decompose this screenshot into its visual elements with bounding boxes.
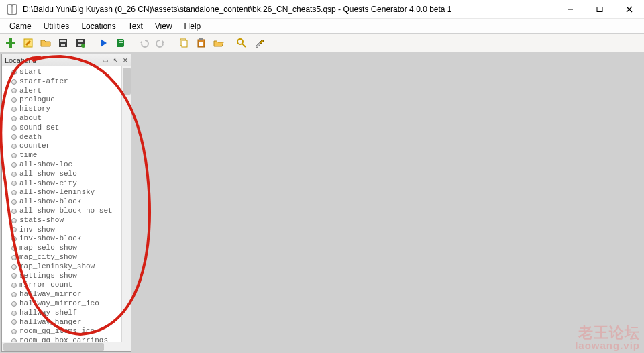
new-button[interactable] bbox=[3, 36, 19, 50]
menu-view[interactable]: View bbox=[150, 20, 178, 32]
list-item[interactable]: death bbox=[5, 133, 131, 142]
paste-button[interactable] bbox=[193, 36, 209, 50]
list-item-label: all-show-block bbox=[19, 197, 81, 207]
locations-panel: Locations ▭ ⇱ ✕ startstart-afteralertpro… bbox=[1, 54, 131, 352]
maximize-button[interactable] bbox=[585, 0, 614, 19]
scrollbar-thumb[interactable] bbox=[123, 68, 131, 95]
list-item[interactable]: all-show-block-no-set bbox=[5, 207, 131, 216]
list-item-label: stats-show bbox=[19, 216, 64, 225]
svg-point-13 bbox=[81, 44, 85, 48]
panel-header[interactable]: Locations ▭ ⇱ ✕ bbox=[2, 54, 131, 66]
bullet-icon bbox=[11, 236, 17, 242]
close-button[interactable] bbox=[614, 0, 644, 19]
list-item[interactable]: alert bbox=[5, 87, 131, 96]
info-button[interactable] bbox=[113, 36, 129, 50]
bullet-icon bbox=[11, 301, 17, 307]
list-item[interactable]: counter bbox=[5, 142, 131, 151]
save-button[interactable] bbox=[55, 36, 71, 50]
bullet-icon bbox=[11, 172, 17, 177]
bullet-icon bbox=[11, 116, 17, 121]
list-item[interactable]: all-show-city bbox=[5, 179, 131, 189]
list-item[interactable]: start bbox=[5, 68, 131, 77]
list-item[interactable]: history bbox=[5, 105, 131, 114]
list-item[interactable]: map_leninsky_show bbox=[5, 262, 131, 272]
list-item[interactable]: all-show-leninsky bbox=[5, 188, 131, 197]
list-item[interactable]: hallway_mirror_ico bbox=[5, 299, 131, 309]
list-item[interactable]: hallway_hanger bbox=[5, 318, 131, 327]
list-item[interactable]: stats-show bbox=[5, 216, 131, 225]
svg-rect-8 bbox=[60, 40, 66, 42]
window-title: D:\Baidu Yun\Big Kuyash (0_26 CN)\assets… bbox=[23, 5, 555, 14]
undo-button[interactable] bbox=[136, 36, 152, 50]
list-item[interactable]: inv-show bbox=[5, 225, 131, 235]
list-item-label: about bbox=[19, 114, 42, 123]
list-item[interactable]: all-show-loc bbox=[5, 160, 131, 170]
list-item-label: room_gg_box_earrings bbox=[19, 336, 108, 342]
hscrollbar-thumb[interactable] bbox=[3, 343, 104, 351]
list-item[interactable]: time bbox=[5, 151, 131, 160]
list-item-label: inv-show bbox=[19, 225, 55, 235]
svg-rect-19 bbox=[199, 38, 203, 40]
copy-button[interactable] bbox=[176, 36, 192, 50]
watermark: 老王论坛 laowang.vip bbox=[575, 325, 640, 350]
editor-area[interactable] bbox=[133, 54, 643, 352]
svg-rect-20 bbox=[199, 42, 203, 46]
menu-locations[interactable]: Locations bbox=[76, 20, 121, 32]
list-item[interactable]: sound_set bbox=[5, 123, 131, 133]
panel-close-icon[interactable]: ✕ bbox=[121, 56, 130, 65]
list-item[interactable]: mirror_count bbox=[5, 281, 131, 290]
bullet-icon bbox=[11, 144, 17, 149]
list-item[interactable]: about bbox=[5, 114, 131, 123]
horizontal-scrollbar[interactable] bbox=[2, 342, 131, 351]
menubar: Game Utilities Locations Text View Help bbox=[0, 19, 644, 34]
list-item[interactable]: settings-show bbox=[5, 272, 131, 281]
list-item[interactable]: start-after bbox=[5, 77, 131, 87]
body-area: Locations ▭ ⇱ ✕ startstart-afteralertpro… bbox=[0, 52, 644, 353]
svg-line-22 bbox=[242, 44, 246, 47]
edit-button[interactable] bbox=[20, 36, 36, 50]
bullet-icon bbox=[11, 227, 17, 232]
list-item[interactable]: inv-show-block bbox=[5, 234, 131, 244]
redo-button[interactable] bbox=[153, 36, 169, 50]
bullet-icon bbox=[11, 153, 17, 158]
list-item-label: counter bbox=[19, 142, 50, 151]
list-item-label: start bbox=[19, 68, 42, 77]
list-item[interactable]: all-show-selo bbox=[5, 170, 131, 179]
list-item[interactable]: hallway_mirror bbox=[5, 290, 131, 299]
toolbar bbox=[0, 34, 644, 52]
bullet-icon bbox=[11, 88, 17, 93]
list-item-label: time bbox=[19, 151, 37, 160]
open-button[interactable] bbox=[38, 36, 54, 50]
saveas-button[interactable] bbox=[72, 36, 89, 50]
list-item[interactable]: prologue bbox=[5, 95, 131, 105]
find-button[interactable] bbox=[233, 36, 250, 50]
panel-pin-icon[interactable]: ⇱ bbox=[111, 56, 120, 65]
list-item[interactable]: map_city_show bbox=[5, 253, 131, 262]
list-item[interactable]: room_gg_box_earrings bbox=[5, 336, 131, 342]
vertical-scrollbar[interactable] bbox=[121, 66, 131, 342]
tools-button[interactable] bbox=[251, 36, 267, 50]
list-item[interactable]: map_selo_show bbox=[5, 244, 131, 253]
bullet-icon bbox=[11, 246, 17, 251]
list-item[interactable]: hallway_shelf bbox=[5, 309, 131, 318]
list-item-label: hallway_hanger bbox=[19, 318, 81, 327]
list-item[interactable]: all-show-block bbox=[5, 197, 131, 207]
list-item-label: hallway_shelf bbox=[19, 309, 77, 318]
menu-utilities[interactable]: Utilities bbox=[38, 20, 75, 32]
list-item-label: all-show-selo bbox=[19, 170, 77, 179]
app-icon bbox=[5, 3, 19, 16]
list-item[interactable]: room_gg_items_ico bbox=[5, 327, 131, 336]
menu-text[interactable]: Text bbox=[123, 20, 148, 32]
panel-float-icon[interactable]: ▭ bbox=[101, 56, 110, 65]
folder-button[interactable] bbox=[211, 36, 227, 50]
minimize-button[interactable] bbox=[555, 0, 585, 19]
menu-help[interactable]: Help bbox=[179, 20, 207, 32]
list-item-label: room_gg_items_ico bbox=[19, 327, 95, 336]
bullet-icon bbox=[11, 255, 17, 260]
run-button[interactable] bbox=[95, 36, 111, 50]
menu-game[interactable]: Game bbox=[4, 20, 37, 32]
list-item-label: map_selo_show bbox=[19, 244, 77, 253]
list-item-label: hallway_mirror bbox=[19, 290, 81, 299]
bullet-icon bbox=[11, 190, 17, 195]
locations-list[interactable]: startstart-afteralertprologuehistoryabou… bbox=[2, 66, 131, 342]
